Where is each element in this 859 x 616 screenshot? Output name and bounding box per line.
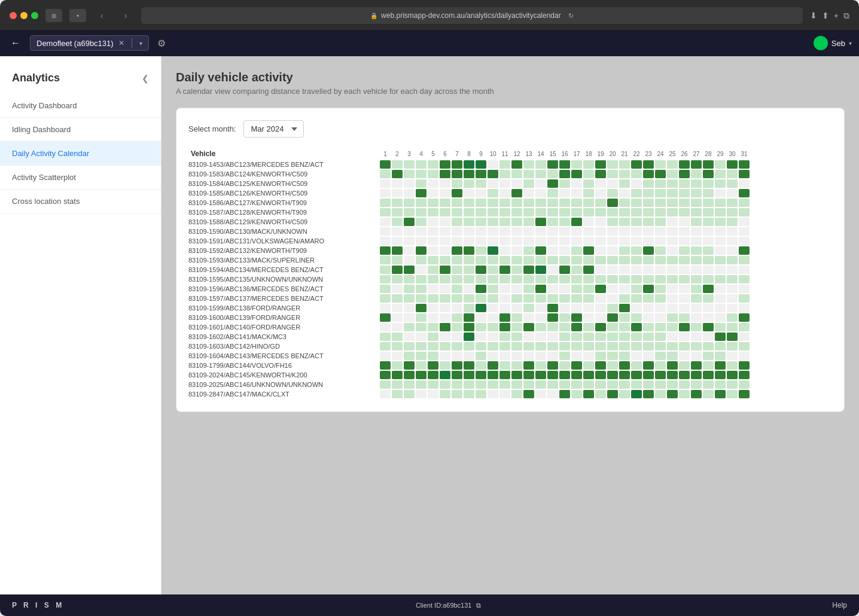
day-cell[interactable] [488,380,498,389]
day-cell[interactable] [583,313,594,322]
day-cell[interactable] [380,342,391,350]
day-cell[interactable] [727,237,738,245]
day-cell[interactable] [464,380,474,389]
sidebar-item-idling-dashboard[interactable]: Idling Dashboard [0,118,161,142]
day-cell[interactable] [428,179,438,188]
day-cell[interactable] [571,208,582,216]
day-cell[interactable] [452,199,462,207]
day-cell[interactable] [404,266,415,274]
fleet-chevron-icon[interactable]: ▾ [139,40,142,47]
day-cell[interactable] [547,237,558,245]
day-cell[interactable] [679,342,690,350]
day-cell[interactable] [739,237,750,245]
day-cell[interactable] [416,199,427,207]
day-cell[interactable] [691,246,702,255]
day-cell[interactable] [619,246,630,255]
day-cell[interactable] [607,380,618,389]
day-cell[interactable] [583,189,594,197]
day-cell[interactable] [715,227,726,236]
day-cell[interactable] [679,227,690,236]
day-cell[interactable] [499,390,510,398]
day-cell[interactable] [488,199,498,207]
back-nav-button[interactable]: ‹ [93,9,110,22]
day-cell[interactable] [583,170,594,178]
day-cell[interactable] [607,189,618,197]
day-cell[interactable] [595,380,606,389]
day-cell[interactable] [583,294,594,303]
day-cell[interactable] [535,333,546,341]
day-cell[interactable] [739,333,750,341]
day-cell[interactable] [667,237,678,245]
day-cell[interactable] [511,352,522,360]
settings-icon[interactable]: ⚙ [157,38,166,49]
day-cell[interactable] [727,218,738,226]
help-link[interactable]: Help [832,601,847,609]
day-cell[interactable] [380,256,391,264]
day-cell[interactable] [416,275,427,283]
day-cell[interactable] [499,170,510,178]
day-cell[interactable] [571,323,582,331]
day-cell[interactable] [392,266,403,274]
day-cell[interactable] [667,342,678,350]
day-cell[interactable] [559,285,570,293]
day-cell[interactable] [583,227,594,236]
day-cell[interactable] [571,189,582,197]
day-cell[interactable] [499,237,510,245]
day-cell[interactable] [595,237,606,245]
copy-client-id-icon[interactable]: ⧉ [476,602,481,609]
day-cell[interactable] [691,294,702,303]
day-cell[interactable] [679,160,690,169]
day-cell[interactable] [499,208,510,216]
day-cell[interactable] [404,160,415,169]
day-cell[interactable] [595,256,606,264]
day-cell[interactable] [607,179,618,188]
day-cell[interactable] [428,304,438,312]
day-cell[interactable] [440,218,450,226]
day-cell[interactable] [583,246,594,255]
day-cell[interactable] [643,371,654,379]
day-cell[interactable] [703,227,714,236]
day-cell[interactable] [488,275,498,283]
day-cell[interactable] [715,266,726,274]
day-cell[interactable] [547,323,558,331]
day-cell[interactable] [452,294,462,303]
day-cell[interactable] [511,361,522,370]
day-cell[interactable] [715,218,726,226]
day-cell[interactable] [428,266,438,274]
day-cell[interactable] [392,371,403,379]
day-cell[interactable] [488,333,498,341]
day-cell[interactable] [703,246,714,255]
day-cell[interactable] [380,275,391,283]
day-cell[interactable] [523,285,534,293]
day-cell[interactable] [655,199,666,207]
day-cell[interactable] [488,390,498,398]
day-cell[interactable] [715,294,726,303]
day-cell[interactable] [428,189,438,197]
day-cell[interactable] [571,237,582,245]
day-cell[interactable] [511,246,522,255]
day-cell[interactable] [464,294,474,303]
day-cell[interactable] [452,313,462,322]
day-cell[interactable] [559,266,570,274]
day-cell[interactable] [440,285,450,293]
day-cell[interactable] [607,237,618,245]
day-cell[interactable] [715,208,726,216]
day-cell[interactable] [703,323,714,331]
day-cell[interactable] [523,323,534,331]
day-cell[interactable] [655,342,666,350]
day-cell[interactable] [679,189,690,197]
day-cell[interactable] [488,371,498,379]
day-cell[interactable] [476,380,486,389]
day-cell[interactable] [380,361,391,370]
day-cell[interactable] [547,256,558,264]
day-cell[interactable] [511,323,522,331]
day-cell[interactable] [380,285,391,293]
day-cell[interactable] [655,294,666,303]
day-cell[interactable] [619,323,630,331]
day-cell[interactable] [392,218,403,226]
day-cell[interactable] [535,170,546,178]
day-cell[interactable] [452,208,462,216]
day-cell[interactable] [476,170,486,178]
day-cell[interactable] [380,371,391,379]
day-cell[interactable] [715,352,726,360]
